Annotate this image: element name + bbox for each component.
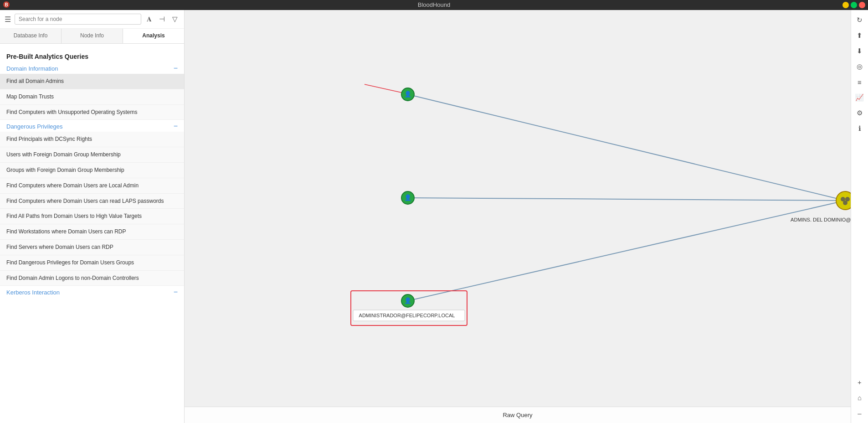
main-layout: ☰ 𝐀 ⊣ ▽ Database Info Node Info Analysis… (0, 10, 868, 423)
section-title-kerberos: Kerberos Interaction (6, 289, 60, 296)
tab-node[interactable]: Node Info (62, 29, 123, 43)
upload-icon[interactable]: ⬆ (853, 28, 867, 43)
raw-query-button[interactable]: Raw Query (497, 410, 538, 420)
query-find-computers-unsupported-os[interactable]: Find Computers with Unsupported Operatin… (0, 105, 184, 120)
font-size-icon[interactable]: 𝐀 (145, 14, 154, 24)
sidebar-tabs: Database Info Node Info Analysis (0, 29, 184, 44)
query-principals-dcsync[interactable]: Find Principals with DCSync Rights (0, 132, 184, 147)
annotation-arrow (365, 84, 406, 93)
target-icon[interactable]: ◎ (853, 59, 867, 74)
titlebar-controls (842, 0, 865, 10)
zoom-out-button[interactable]: – (853, 406, 867, 420)
list-icon[interactable]: ≡ (853, 75, 867, 89)
collapse-dangerous[interactable]: − (174, 123, 178, 130)
query-all-paths-high-value[interactable]: Find All Paths from Domain Users to High… (0, 209, 184, 224)
query-find-all-domain-admins[interactable]: Find all Domain Admins (0, 74, 184, 89)
maximize-button[interactable] (851, 2, 857, 8)
menu-icon[interactable]: ☰ (5, 15, 11, 24)
collapse-domain[interactable]: − (174, 65, 178, 72)
svg-point-16 (843, 201, 847, 205)
download-icon[interactable]: ⬇ (853, 44, 867, 58)
edge-node3-node4 (408, 201, 845, 301)
query-servers-rdp[interactable]: Find Servers where Domain Users can RDP (0, 240, 184, 255)
svg-text:B: B (5, 2, 8, 7)
canvas-area[interactable]: 👤 👤 👤 ADMINISTRADOR@FELIPECORP.LOCAL (185, 10, 851, 423)
tab-analysis[interactable]: Analysis (123, 29, 184, 43)
section-header-dangerous: Dangerous Privileges − (0, 120, 184, 132)
graph-svg: 👤 👤 👤 ADMINISTRADOR@FELIPECORP.LOCAL (185, 10, 851, 423)
query-users-foreign-group[interactable]: Users with Foreign Domain Group Membersh… (0, 147, 184, 163)
close-button[interactable] (859, 2, 865, 8)
sidebar: ☰ 𝐀 ⊣ ▽ Database Info Node Info Analysis… (0, 10, 185, 423)
bottom-bar: Raw Query (185, 407, 851, 423)
query-map-domain-trusts[interactable]: Map Domain Trusts (0, 89, 184, 105)
section-domain-items: Find all Domain Admins Map Domain Trusts… (0, 74, 184, 120)
graph-node-4[interactable]: ADMINS. DEL DOMINIO@FELIPECORP.LOCAL (791, 191, 851, 222)
query-computers-local-admin[interactable]: Find Computers where Domain Users are Lo… (0, 178, 184, 194)
graph-node-3[interactable]: 👤 ADMINISTRADOR@FELIPECORP.LOCAL (351, 291, 467, 325)
section-header-domain: Domain Information − (0, 62, 184, 74)
svg-text:ADMINISTRADOR@FELIPECORP.LOCAL: ADMINISTRADOR@FELIPECORP.LOCAL (359, 313, 455, 318)
bookmark-icon[interactable]: ⊣ (157, 14, 167, 24)
analytics-header: Pre-Built Analytics Queries (0, 48, 184, 62)
svg-text:ADMINS. DEL DOMINIO@FELIPECORP: ADMINS. DEL DOMINIO@FELIPECORP.LOCAL (791, 217, 851, 222)
graph-node-1[interactable]: 👤 (401, 88, 414, 101)
collapse-kerberos[interactable]: − (174, 289, 178, 296)
right-toolbar: ↻ ⬆ ⬇ ◎ ≡ 📈 ⚙ ℹ + ⌂ – (851, 10, 868, 423)
settings-icon[interactable]: ⚙ (853, 106, 867, 120)
graph-node-2[interactable]: 👤 (401, 191, 414, 204)
title-text: BloodHound (418, 1, 451, 8)
query-computers-laps[interactable]: Find Computers where Domain Users can re… (0, 194, 184, 209)
svg-text:👤: 👤 (404, 90, 412, 98)
titlebar: B BloodHound (0, 0, 868, 10)
edge-node1-node4 (408, 94, 845, 201)
query-workstations-rdp[interactable]: Find Workstations where Domain Users can… (0, 224, 184, 240)
query-groups-foreign-group[interactable]: Groups with Foreign Domain Group Members… (0, 163, 184, 178)
info-icon[interactable]: ℹ (853, 121, 867, 136)
section-title-domain: Domain Information (6, 65, 58, 72)
svg-text:👤: 👤 (404, 297, 412, 304)
section-title-dangerous: Dangerous Privileges (6, 123, 63, 130)
tab-database[interactable]: Database Info (0, 29, 62, 43)
minimize-button[interactable] (842, 2, 849, 8)
zoom-home-button[interactable]: ⌂ (853, 390, 867, 405)
filter-icon[interactable]: ▽ (170, 14, 180, 24)
query-dangerous-privileges-groups[interactable]: Find Dangerous Privileges for Domain Use… (0, 255, 184, 271)
section-header-kerberos: Kerberos Interaction − (0, 286, 184, 298)
app-logo: B (3, 1, 10, 8)
query-domain-admin-logons[interactable]: Find Domain Admin Logons to non-Domain C… (0, 271, 184, 286)
chart-icon[interactable]: 📈 (853, 90, 867, 105)
edge-node2-node4 (408, 198, 845, 201)
refresh-icon[interactable]: ↻ (853, 13, 867, 27)
zoom-in-button[interactable]: + (853, 375, 867, 389)
section-dangerous-items: Find Principals with DCSync Rights Users… (0, 132, 184, 286)
search-input[interactable] (15, 14, 141, 25)
sidebar-content: Pre-Built Analytics Queries Domain Infor… (0, 44, 184, 423)
svg-text:👤: 👤 (404, 194, 412, 201)
sidebar-toolbar: ☰ 𝐀 ⊣ ▽ (0, 10, 184, 29)
